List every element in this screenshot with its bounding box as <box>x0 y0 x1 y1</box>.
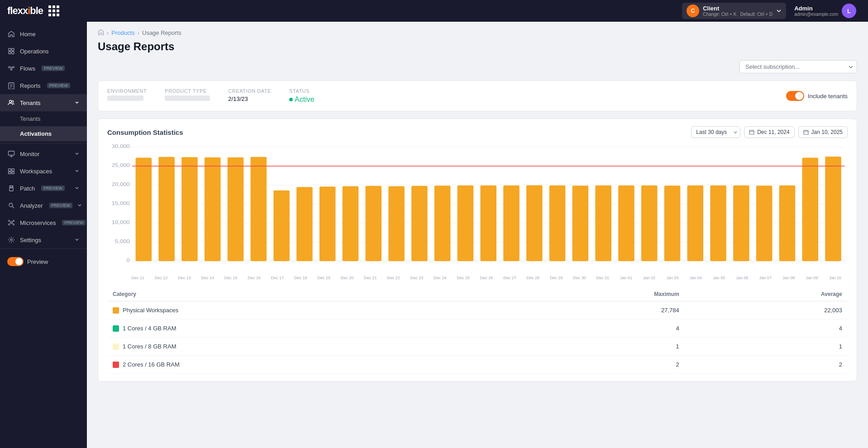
svg-point-19 <box>10 239 12 241</box>
sidebar-item-settings[interactable]: Settings <box>0 231 87 248</box>
sidebar-item-flows-label: Flows <box>20 65 35 72</box>
sidebar-item-operations[interactable]: Operations <box>0 43 87 60</box>
sidebar-item-patch-label: Patch <box>20 185 35 192</box>
svg-text:25,000: 25,000 <box>112 163 130 168</box>
admin-email: admin@example.com <box>794 12 838 17</box>
sidebar-item-reports[interactable]: Reports PREVIEW <box>0 77 87 94</box>
creation-date-value: 2/13/23 <box>228 95 271 102</box>
svg-rect-9 <box>12 169 14 171</box>
grid-icon[interactable] <box>48 5 59 16</box>
svg-point-6 <box>12 100 14 102</box>
monitor-chevron-icon <box>74 151 80 157</box>
sidebar-item-flows[interactable]: Flows PREVIEW <box>0 60 87 77</box>
main-content: › Products › Usage Reports Usage Reports… <box>87 22 868 448</box>
preview-label: Preview <box>27 258 48 265</box>
date-to-button[interactable]: Jan 10, 2025 <box>798 126 848 138</box>
filter-bar: Select subscription... <box>98 60 857 73</box>
sidebar-item-monitor[interactable]: Monitor <box>0 145 87 162</box>
monitor-icon <box>7 150 15 158</box>
cat-color-indicator <box>113 343 119 350</box>
cat-color-indicator <box>113 362 119 368</box>
svg-rect-51 <box>480 186 496 261</box>
period-select[interactable]: Last 30 days <box>691 126 740 138</box>
sidebar-item-operations-label: Operations <box>20 48 49 55</box>
cat-average: 1 <box>685 338 848 356</box>
col-average: Average <box>685 287 848 301</box>
sidebar-item-microservices-label: Microservices <box>20 219 56 226</box>
topbar: flexxible C Client Change: Ctrl + K Defa… <box>0 0 868 22</box>
subscription-select[interactable]: Select subscription... <box>739 60 857 73</box>
sidebar-item-patch[interactable]: Patch PREVIEW <box>0 180 87 197</box>
preview-toggle-switch[interactable] <box>7 257 24 266</box>
environment-label: Environment <box>107 88 147 94</box>
tenants-icon <box>7 99 15 107</box>
sidebar-item-tenants[interactable]: Tenants <box>0 94 87 111</box>
svg-rect-1 <box>12 48 14 51</box>
sidebar-subitem-activations[interactable]: Activations <box>0 126 87 141</box>
client-selector[interactable]: C Client Change: Ctrl + K Default: Ctrl … <box>682 3 786 19</box>
sidebar-subitem-tenants[interactable]: Tenants <box>0 111 87 126</box>
breadcrumb-sep1: › <box>107 29 109 36</box>
sidebar-item-workspaces[interactable]: Workspaces <box>0 162 87 180</box>
svg-rect-47 <box>388 186 405 261</box>
svg-rect-43 <box>296 187 313 261</box>
breadcrumb-products[interactable]: Products <box>111 29 134 36</box>
analyzer-chevron-icon <box>77 202 82 209</box>
svg-rect-40 <box>228 157 244 261</box>
home-icon <box>7 30 15 38</box>
svg-rect-3 <box>12 52 14 54</box>
category-table: Category Maximum Average Physical Worksp… <box>107 287 848 374</box>
sidebar-item-settings-label: Settings <box>20 237 41 243</box>
table-row: 1 Cores / 4 GB RAM 4 4 <box>107 319 848 338</box>
breadcrumb: › Products › Usage Reports <box>98 29 857 37</box>
cat-maximum: 1 <box>502 338 684 356</box>
chevron-down-icon <box>776 8 782 14</box>
stats-title: Consumption Statistics <box>107 129 183 136</box>
svg-text:20,000: 20,000 <box>112 182 130 187</box>
breadcrumb-sep2: › <box>138 29 139 36</box>
cat-name: 1 Cores / 4 GB RAM <box>123 325 176 332</box>
sidebar: Home Operations Flows PREVIEW Reports PR… <box>0 22 87 448</box>
sidebar-item-reports-label: Reports <box>20 82 41 89</box>
svg-text:0: 0 <box>126 258 130 263</box>
table-row: 1 Cores / 8 GB RAM 1 1 <box>107 338 848 356</box>
reports-icon <box>7 81 15 90</box>
svg-rect-46 <box>365 186 382 261</box>
calendar-icon-to <box>803 129 809 135</box>
svg-rect-36 <box>136 158 152 261</box>
workspaces-icon <box>7 167 15 175</box>
sidebar-item-monitor-label: Monitor <box>20 151 39 157</box>
cat-maximum: 2 <box>502 356 684 374</box>
include-tenants-label: Include tenants <box>808 93 848 100</box>
analyzer-preview-badge: PREVIEW <box>49 203 73 208</box>
chart-container: 30,000 25,000 20,000 15,000 10,000 <box>107 143 848 279</box>
svg-rect-21 <box>804 130 808 134</box>
date-from-button[interactable]: Dec 11, 2024 <box>744 126 794 138</box>
svg-rect-0 <box>9 48 11 51</box>
microservices-icon <box>7 219 15 227</box>
include-tenants-toggle[interactable] <box>786 91 804 101</box>
sidebar-item-microservices[interactable]: Microservices PREVIEW <box>0 214 87 231</box>
flows-preview-badge: PREVIEW <box>42 66 65 71</box>
svg-rect-37 <box>158 157 175 261</box>
workspaces-chevron-icon <box>74 168 80 175</box>
svg-rect-50 <box>458 186 474 261</box>
svg-rect-12 <box>10 188 13 191</box>
settings-icon <box>7 236 15 244</box>
svg-rect-11 <box>12 172 14 174</box>
sidebar-item-analyzer[interactable]: Analyzer PREVIEW <box>0 197 87 214</box>
svg-point-13 <box>9 203 13 207</box>
patch-icon <box>7 184 15 192</box>
info-environment: Environment <box>107 88 147 104</box>
info-row: Environment Product Type Creation date 2… <box>98 81 857 111</box>
cat-average: 4 <box>685 319 848 338</box>
svg-rect-64 <box>779 186 796 261</box>
sidebar-item-home[interactable]: Home <box>0 25 87 43</box>
settings-chevron-icon <box>74 237 80 243</box>
admin-info: Admin admin@example.com <box>794 5 838 17</box>
svg-rect-48 <box>411 186 428 261</box>
col-category: Category <box>107 287 502 301</box>
svg-rect-66 <box>825 157 841 261</box>
preview-toggle[interactable]: Preview <box>0 253 87 271</box>
cat-name-cell: 1 Cores / 4 GB RAM <box>107 319 502 338</box>
